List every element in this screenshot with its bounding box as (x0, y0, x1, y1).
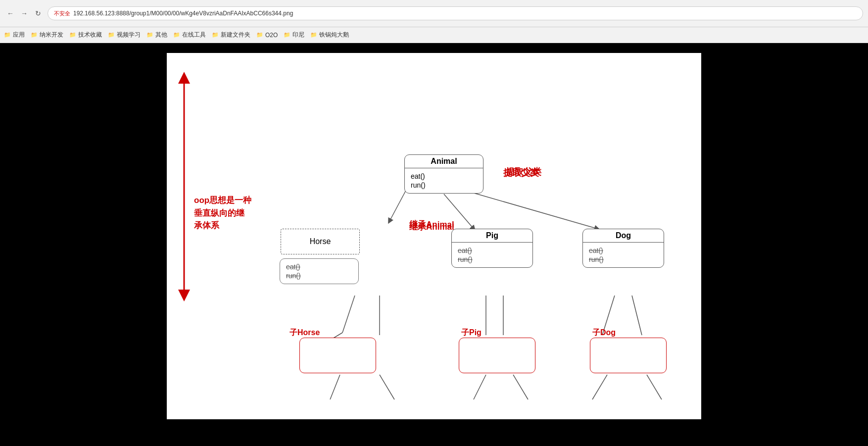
bookmark-tools[interactable]: 📁 在线工具 (173, 31, 206, 39)
folder-icon: 📁 (284, 32, 290, 38)
back-button[interactable]: ← (5, 8, 16, 19)
animal-class-box: Animal eat() run() (404, 154, 483, 194)
animal-title: Animal (405, 155, 483, 168)
sub-pig-label: 子Pig (461, 328, 482, 338)
diagram-container: oop思想是一种垂直纵向的继承体系 提取父类 继承Animal Animal e… (167, 53, 701, 419)
dog-title: Dog (583, 229, 664, 243)
svg-line-15 (592, 375, 607, 399)
bookmark-app[interactable]: 📁 应用 (4, 31, 25, 39)
svg-line-3 (469, 192, 597, 229)
sub-horse-box (299, 338, 376, 373)
folder-icon: 📁 (108, 32, 115, 38)
browser-nav: ← → ↻ (5, 8, 44, 19)
bookmark-tech[interactable]: 📁 技术收藏 (69, 31, 102, 39)
folder-icon: 📁 (146, 32, 153, 38)
folder-icon: 📁 (4, 32, 11, 38)
sub-pig-box (459, 338, 535, 373)
folder-icon: 📁 (69, 32, 76, 38)
folder-icon: 📁 (212, 32, 219, 38)
bookmark-o2o[interactable]: 📁 O2O (256, 32, 278, 39)
horse-run: run() (286, 272, 352, 280)
dog-run: run() (589, 255, 658, 263)
animal-eat: eat() (411, 172, 477, 180)
svg-line-10 (632, 296, 642, 335)
url-text: 192.168.56.123:8888/group1/M00/00/00/wKg… (73, 10, 293, 17)
bookmark-label: 其他 (155, 31, 167, 39)
dog-eat: eat() (589, 247, 658, 254)
sub-dog-box (590, 338, 667, 373)
bookmark-label: 视频学习 (117, 31, 141, 39)
bookmark-label: 新建文件夹 (221, 31, 250, 39)
horse-body: eat() run() (280, 259, 358, 284)
folder-icon: 📁 (310, 32, 317, 38)
sub-dog-label: 子Dog (592, 328, 616, 338)
bookmark-newfolder[interactable]: 📁 新建文件夹 (212, 31, 250, 39)
content-area: oop思想是一种垂直纵向的继承体系 提取父类 继承Animal Animal e… (0, 43, 868, 446)
bookmark-label: 应用 (13, 31, 25, 39)
refresh-button[interactable]: ↻ (33, 8, 44, 19)
address-bar[interactable]: 不安全 192.168.56.123:8888/group1/M00/00/00… (48, 6, 863, 20)
pig-body: eat() run() (452, 243, 532, 267)
svg-line-14 (513, 375, 528, 399)
bookmark-label: 在线工具 (182, 31, 206, 39)
horse-eat: eat() (286, 263, 352, 271)
bookmark-label: 技术收藏 (78, 31, 102, 39)
horse-dashed-box: Horse (281, 229, 360, 254)
browser-bar: ← → ↻ 不安全 192.168.56.123:8888/group1/M00… (0, 0, 868, 27)
inherit-annotation: 继承Animal (409, 221, 454, 233)
oop-annotation: oop思想是一种垂直纵向的继承体系 (194, 194, 251, 232)
bookmark-indonesia[interactable]: 📁 印尼 (284, 31, 304, 39)
animal-run: run() (411, 181, 477, 189)
animal-body: eat() run() (405, 168, 483, 193)
bookmark-nanmi[interactable]: 📁 纳米开发 (31, 31, 63, 39)
svg-line-11 (330, 375, 340, 399)
forward-button[interactable]: → (19, 8, 30, 19)
bookmark-label: 印尼 (292, 31, 304, 39)
svg-line-16 (647, 375, 662, 399)
bookmark-other[interactable]: 📁 其他 (146, 31, 167, 39)
horse-methods-box: eat() run() (280, 258, 359, 284)
horse-label: Horse (310, 237, 331, 246)
folder-icon: 📁 (256, 32, 263, 38)
svg-line-13 (474, 375, 486, 399)
dog-body: eat() run() (583, 243, 664, 267)
folder-icon: 📁 (173, 32, 180, 38)
bookmark-video[interactable]: 📁 视频学习 (108, 31, 141, 39)
pig-class-box: Pig eat() run() (451, 229, 533, 268)
svg-line-12 (380, 375, 394, 399)
bookmark-label: 铁锅炖大鹅 (319, 31, 349, 39)
bookmark-label: 纳米开发 (40, 31, 63, 39)
bookmark-tieguodun[interactable]: 📁 铁锅炖大鹅 (310, 31, 349, 39)
insecure-badge: 不安全 (54, 10, 70, 17)
dog-class-box: Dog eat() run() (582, 229, 664, 268)
pig-title: Pig (452, 229, 532, 243)
bookmark-label: O2O (265, 32, 278, 39)
extract-parent-annotation: 提取父类 (506, 166, 541, 178)
bookmarks-bar: 📁 应用 📁 纳米开发 📁 技术收藏 📁 视频学习 📁 其他 📁 在线工具 📁 … (0, 27, 868, 43)
pig-eat: eat() (458, 247, 527, 254)
sub-horse-label: 子Horse (289, 328, 320, 338)
svg-line-4 (342, 296, 355, 333)
folder-icon: 📁 (31, 32, 38, 38)
pig-run: run() (458, 255, 527, 263)
